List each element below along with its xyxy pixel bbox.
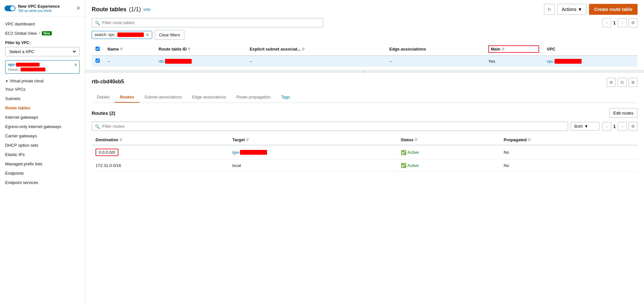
- tab-route-propagation[interactable]: Route propagation: [231, 92, 276, 103]
- table-row[interactable]: – rtb-REDACTED – – Yes vpc-REDACTED: [92, 56, 638, 67]
- row-checkbox[interactable]: [96, 59, 100, 63]
- igw-link[interactable]: igw-REDACTED: [232, 150, 267, 155]
- row-select[interactable]: [92, 56, 104, 67]
- routes-title: Routes (2): [92, 110, 115, 116]
- search-row: 🔍 ‹ 1 › ⚙: [92, 18, 638, 27]
- main-content: Route tables (1/1) Info ↻ Actions ▼ Crea…: [85, 0, 644, 304]
- route-destination-2: 172.31.0.0/16: [92, 160, 228, 171]
- vpc-link[interactable]: vpc-REDACTED: [547, 59, 582, 64]
- sidebar-item-vpc-dashboard[interactable]: VPC dashboard: [0, 19, 85, 29]
- route-target-2: local: [228, 160, 397, 171]
- sidebar-item-elastic-ips[interactable]: Elastic IPs: [0, 150, 85, 159]
- create-route-table-button[interactable]: Create route table: [589, 4, 638, 15]
- sort-name-icon[interactable]: ▽: [120, 47, 123, 51]
- tab-subnet-associations[interactable]: Subnet associations: [139, 92, 187, 103]
- sidebar-item-internet-gateways[interactable]: Internet gateways: [0, 113, 85, 122]
- virtual-private-cloud-section[interactable]: ▼ Virtual private cloud: [0, 76, 85, 85]
- vpc-filter-close-icon[interactable]: ✕: [74, 62, 78, 67]
- tab-edge-associations[interactable]: Edge associations: [187, 92, 231, 103]
- vpc-filter-tag: vpc-REDACTED Owner: REDACTED ✕: [5, 60, 80, 74]
- route-table-id-link[interactable]: rtb-REDACTED: [159, 59, 192, 64]
- select-all-checkbox[interactable]: [96, 47, 100, 51]
- sort-route-table-id-icon[interactable]: ▽: [188, 47, 190, 51]
- close-icon[interactable]: ✕: [76, 5, 80, 11]
- filter-tag-label: search: vpc-: [95, 32, 115, 37]
- sort-main-icon[interactable]: ▽: [502, 47, 504, 51]
- sort-explicit-subnet-icon[interactable]: ▽: [302, 47, 305, 51]
- col-vpc: VPC: [543, 43, 638, 56]
- sidebar-nav: VPC dashboard EC2 Global View ↗ New Filt…: [0, 17, 85, 190]
- sidebar-header-title: New VPC Experience: [18, 4, 60, 9]
- routes-section: Routes (2) Edit routes 🔍 Both ▼ ‹ 1 ›: [92, 103, 638, 177]
- routes-filter-row: 🔍 Both ▼ ‹ 1 › ⚙: [92, 122, 638, 131]
- sidebar-item-endpoints[interactable]: Endpoints: [0, 169, 85, 178]
- top-panel: Route tables (1/1) Info ↻ Actions ▼ Crea…: [85, 0, 644, 71]
- detail-panel-icons: ⊞ ⊟ ⊠: [607, 78, 638, 87]
- refresh-button[interactable]: ↻: [544, 4, 555, 15]
- sidebar-item-ec2-global-view[interactable]: EC2 Global View ↗ New: [0, 29, 85, 38]
- sort-status-icon[interactable]: ▽: [415, 138, 417, 142]
- status-active-2: ✅ Active: [401, 163, 496, 168]
- select-all-header[interactable]: [92, 43, 104, 56]
- filter-tags-row: search: vpc- REDACTED ✕ Clear filters: [92, 30, 638, 40]
- sidebar-item-dhcp-option-sets[interactable]: DHCP option sets: [0, 141, 85, 150]
- col-destination: Destination ▽: [92, 135, 228, 145]
- detail-collapse-icon[interactable]: ⊠: [629, 78, 638, 87]
- routes-settings-button[interactable]: ⚙: [629, 122, 638, 131]
- row-route-table-id: rtb-REDACTED: [155, 56, 246, 67]
- next-page-button[interactable]: ›: [618, 18, 627, 27]
- search-icon: 🔍: [95, 20, 100, 25]
- filter-tag-remove-icon[interactable]: ✕: [146, 32, 149, 37]
- sort-target-icon[interactable]: ▽: [246, 138, 249, 142]
- routes-search-input[interactable]: [92, 122, 568, 131]
- sort-destination-icon[interactable]: ▽: [120, 138, 122, 142]
- both-dropdown[interactable]: Both ▼: [571, 122, 600, 131]
- tab-details[interactable]: Details: [92, 92, 115, 103]
- status-active: ✅ Active: [401, 150, 496, 155]
- vpc-owner-value: REDACTED: [21, 68, 45, 71]
- filter-by-vpc-label: Filter by VPC:: [5, 41, 80, 45]
- prev-page-button[interactable]: ‹: [602, 18, 611, 27]
- sidebar-item-carrier-gateways[interactable]: Carrier gateways: [0, 131, 85, 141]
- route-target-1: igw-REDACTED: [228, 145, 397, 160]
- tab-routes[interactable]: Routes: [115, 92, 139, 103]
- check-circle-icon-2: ✅: [401, 163, 406, 168]
- chevron-down-icon: ▼: [5, 79, 8, 83]
- routes-header: Routes (2) Edit routes: [92, 108, 638, 118]
- sidebar-item-subnets[interactable]: Subnets: [0, 94, 85, 103]
- route-propagated-1: No: [500, 145, 638, 160]
- routes-next-page-button[interactable]: ›: [618, 122, 627, 131]
- sort-propagated-icon[interactable]: ▽: [528, 138, 530, 142]
- edit-routes-button[interactable]: Edit routes: [609, 108, 638, 118]
- filter-tag-value: REDACTED: [117, 32, 144, 37]
- route-row-1[interactable]: 0.0.0.0/0 igw-REDACTED ✅ Active No: [92, 145, 638, 160]
- routes-table-header: Destination ▽ Target ▽ S: [92, 135, 638, 145]
- new-vpc-toggle[interactable]: [5, 5, 15, 11]
- routes-prev-page-button[interactable]: ‹: [602, 122, 611, 131]
- table-settings-button[interactable]: ⚙: [629, 18, 638, 27]
- sidebar-feedback-link[interactable]: Tell us what you think: [18, 9, 60, 13]
- col-status: Status ▽: [397, 135, 500, 145]
- detail-split-icon[interactable]: ⊟: [618, 78, 627, 87]
- route-row-2[interactable]: 172.31.0.0/16 local ✅ Active No: [92, 160, 638, 171]
- chevron-down-icon: ▼: [578, 7, 582, 12]
- info-link[interactable]: Info: [143, 7, 151, 12]
- tab-tags[interactable]: Tags: [276, 92, 295, 103]
- igw-value: REDACTED: [240, 150, 267, 155]
- actions-button[interactable]: Actions ▼: [557, 4, 586, 15]
- route-propagated-2: No: [500, 160, 638, 171]
- detail-expand-icon[interactable]: ⊞: [607, 78, 616, 87]
- check-circle-icon: ✅: [401, 150, 406, 155]
- search-input[interactable]: [92, 18, 323, 27]
- refresh-icon: ↻: [547, 7, 551, 12]
- vpc-select-dropdown[interactable]: Select a VPC: [8, 49, 77, 54]
- sidebar-item-your-vpcs[interactable]: Your VPCs: [0, 85, 85, 94]
- route-status-1: ✅ Active: [397, 145, 500, 160]
- sidebar-item-route-tables[interactable]: Route tables: [0, 103, 85, 113]
- vpc-select[interactable]: Select a VPC: [5, 47, 80, 56]
- sidebar-item-egress-only[interactable]: Egress-only internet gateways: [0, 122, 85, 131]
- clear-filters-button[interactable]: Clear filters: [155, 30, 184, 40]
- sidebar-item-label: EC2 Global View: [5, 31, 37, 36]
- sidebar-item-endpoint-services[interactable]: Endpoint services: [0, 178, 85, 187]
- sidebar-item-managed-prefix-lists[interactable]: Managed prefix lists: [0, 159, 85, 169]
